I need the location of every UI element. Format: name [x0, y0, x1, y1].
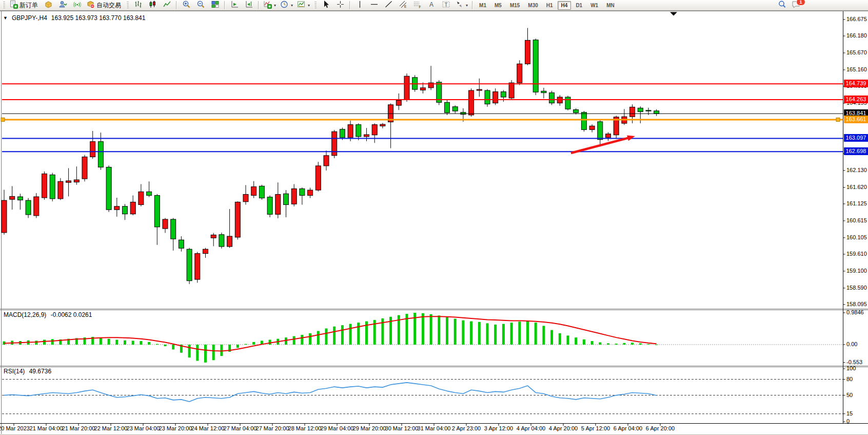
- text-tool-icon: A: [427, 0, 436, 11]
- market-icon: [44, 0, 53, 11]
- chart-shift-button[interactable]: [242, 0, 255, 10]
- auto-scroll-button[interactable]: [228, 0, 241, 10]
- signals-icon: [73, 0, 82, 11]
- macd-axis-label: 0.9846: [846, 309, 864, 315]
- bar-chart-icon: [134, 0, 143, 11]
- toolbar-separator: [224, 1, 225, 9]
- price-axis-label: 160.105: [846, 234, 867, 240]
- signals-button[interactable]: [70, 0, 84, 10]
- svg-text:A: A: [429, 1, 433, 8]
- timeframe-button-w1[interactable]: W1: [587, 1, 602, 10]
- main-chart-panel[interactable]: [0, 11, 843, 309]
- vertical-line-tool-button[interactable]: [353, 0, 366, 10]
- new-order-label: 新订单: [19, 1, 39, 10]
- price-badge: 163.661: [844, 116, 868, 123]
- bar-chart-button[interactable]: [131, 0, 145, 10]
- periods-button[interactable]: ▾: [279, 0, 294, 10]
- chevron-down-icon: ▾: [274, 3, 276, 8]
- timeframe-button-m15[interactable]: M15: [506, 1, 523, 10]
- cursor-icon: [322, 0, 330, 11]
- candlestick-chart-icon: [148, 0, 157, 11]
- vertical-line-icon: [356, 0, 364, 11]
- toolbar-separator: [349, 1, 350, 9]
- price-badge: 162.698: [844, 147, 868, 155]
- timeframe-button-m5[interactable]: M5: [491, 1, 505, 10]
- price-badge: 164.739: [844, 80, 868, 87]
- toolbar-grip[interactable]: [126, 2, 129, 9]
- macd-name: MACD(12,26,9): [4, 311, 46, 318]
- tile-windows-icon: [211, 0, 220, 11]
- market-button[interactable]: [42, 0, 55, 10]
- new-order-button[interactable]: 新订单: [8, 0, 41, 10]
- equidistant-channel-tool-button[interactable]: E: [396, 0, 409, 10]
- zoom-in-icon: [182, 0, 191, 11]
- svg-text:T: T: [444, 2, 447, 7]
- chat-button[interactable]: 1: [790, 0, 803, 10]
- horizontal-line-tool-button[interactable]: [367, 0, 381, 10]
- rsi-panel[interactable]: [0, 367, 843, 423]
- timeframe-button-m30[interactable]: M30: [524, 1, 541, 10]
- templates-button[interactable]: ▾: [295, 0, 311, 10]
- price-axis-label: 160.615: [846, 217, 867, 223]
- search-button[interactable]: [775, 0, 788, 10]
- chevron-down-icon: ▾: [308, 3, 310, 8]
- ohlc-values: 163.925 163.973 163.770 163.841: [51, 14, 146, 22]
- crosshair-button[interactable]: [333, 0, 347, 10]
- price-axis-label: 166.675: [846, 16, 867, 22]
- timeframe-group: M1M5M15M30H1H4D1W1MN: [476, 1, 618, 10]
- tile-windows-button[interactable]: [208, 0, 222, 10]
- fibonacci-icon: F: [413, 0, 422, 11]
- symbol-dropdown-icon[interactable]: ▼: [3, 15, 8, 21]
- toolbar-separator: [176, 1, 177, 9]
- rsi-value: 49.6736: [29, 368, 51, 375]
- zoom-in-button[interactable]: [180, 0, 193, 10]
- price-axis-label: 158.095: [846, 301, 867, 307]
- text-label-icon: T: [442, 0, 450, 11]
- macd-panel[interactable]: [0, 310, 843, 365]
- zoom-out-icon: [196, 0, 205, 11]
- price-axis-label: 161.620: [846, 184, 867, 190]
- price-axis-label: 162.130: [846, 167, 867, 173]
- price-axis-label: 165.670: [846, 49, 867, 55]
- macd-values: -0.0062 0.0261: [51, 311, 92, 318]
- rsi-name: RSI(14): [4, 368, 25, 375]
- arrows-tool-button[interactable]: ▾: [453, 0, 469, 10]
- trendline-tool-button[interactable]: [382, 0, 395, 10]
- price-badge: 163.097: [844, 134, 868, 142]
- timeframe-button-m1[interactable]: M1: [476, 1, 490, 10]
- terminal-window: 新订单 自动交易: [0, 0, 868, 435]
- text-tool-button[interactable]: A: [425, 0, 438, 10]
- rsi-indicator-label: RSI(14) 49.6736: [4, 368, 51, 375]
- rsi-axis-label: 100: [846, 365, 856, 371]
- line-chart-icon: [163, 0, 171, 11]
- chevron-down-icon: ▾: [291, 3, 293, 8]
- profile-button[interactable]: [56, 0, 69, 10]
- profile-icon: [58, 0, 67, 11]
- cursor-button[interactable]: [319, 0, 332, 10]
- arrows-icon: [455, 0, 464, 11]
- rsi-axis-label: 80: [846, 376, 853, 382]
- toolbar-separator: [472, 1, 473, 9]
- auto-trading-button[interactable]: 自动交易: [85, 0, 124, 10]
- indicators-button[interactable]: ▾: [262, 0, 278, 10]
- auto-trading-label: 自动交易: [96, 1, 122, 10]
- toolbar-grip[interactable]: [314, 2, 317, 9]
- timeframe-button-h1[interactable]: H1: [543, 1, 557, 10]
- chart-title: ▼ GBPJPY-,H4 163.925 163.973 163.770 163…: [3, 14, 145, 22]
- rsi-axis-label: 15: [846, 410, 853, 417]
- price-axis-label: 166.180: [846, 32, 867, 39]
- notification-badge: 1: [796, 0, 805, 6]
- zoom-out-button[interactable]: [194, 0, 207, 10]
- svg-text:E: E: [404, 5, 407, 8]
- timeframe-button-d1[interactable]: D1: [572, 1, 586, 10]
- indicators-icon: [263, 0, 272, 11]
- line-chart-button[interactable]: [160, 0, 173, 10]
- timeframe-button-h4[interactable]: H4: [558, 1, 571, 10]
- crosshair-icon: [336, 0, 345, 11]
- toolbar-grip[interactable]: [3, 2, 5, 9]
- candlestick-chart-button[interactable]: [146, 0, 159, 10]
- fibonacci-tool-button[interactable]: F: [410, 0, 424, 10]
- trendline-icon: [384, 0, 393, 11]
- text-label-tool-button[interactable]: T: [439, 0, 452, 10]
- timeframe-button-mn[interactable]: MN: [603, 1, 618, 10]
